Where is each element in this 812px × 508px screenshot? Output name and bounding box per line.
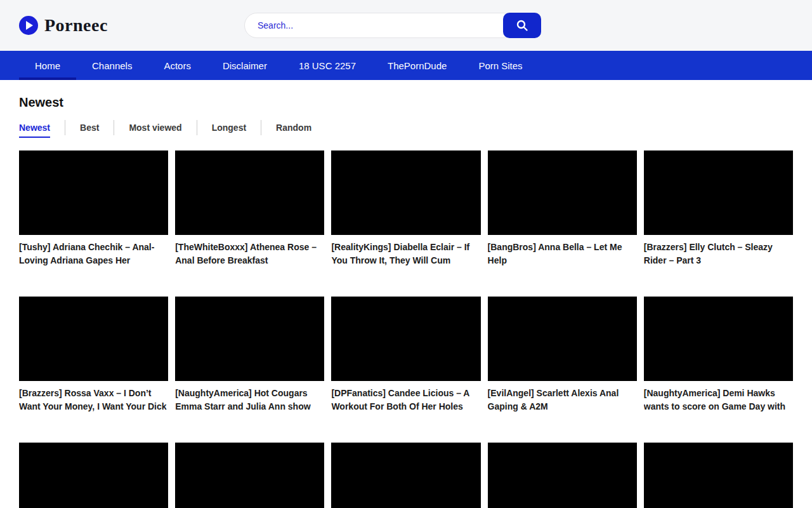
video-thumbnail[interactable] [331, 297, 480, 381]
nav-item-actors[interactable]: Actors [148, 51, 207, 80]
video-title[interactable]: [NaughtyAmerica] Hot Cougars Emma Starr … [175, 387, 324, 413]
logo[interactable]: Porneec [19, 15, 108, 36]
tab-best[interactable]: Best [65, 120, 114, 135]
video-card [175, 443, 324, 508]
video-thumbnail[interactable] [175, 297, 324, 381]
video-thumbnail[interactable] [19, 297, 168, 381]
search-bar [244, 13, 541, 38]
nav-item-home[interactable]: Home [19, 51, 76, 80]
search-icon [516, 19, 528, 32]
page-title: Newest [19, 95, 793, 110]
video-card: [Tushy] Adriana Chechik – Anal-Loving Ad… [19, 150, 168, 267]
video-card: [NaughtyAmerica] Hot Cougars Emma Starr … [175, 297, 324, 413]
video-card [488, 443, 637, 508]
play-icon [19, 16, 38, 35]
nav-item-disclaimer[interactable]: Disclaimer [207, 51, 283, 80]
video-title[interactable]: [Brazzers] Elly Clutch – Sleazy Rider – … [644, 241, 793, 267]
video-card: [Brazzers] Elly Clutch – Sleazy Rider – … [644, 150, 793, 267]
video-thumbnail[interactable] [331, 150, 480, 235]
main-content: Newest Newest Best Most viewed Longest R… [0, 95, 812, 508]
video-title[interactable]: [RealityKings] Diabella Eclair – If You … [331, 241, 480, 267]
video-thumbnail[interactable] [175, 150, 324, 235]
search-button[interactable] [503, 13, 541, 38]
video-card: [DPFanatics] Candee Licious – A Workout … [331, 297, 480, 413]
video-card: [RealityKings] Diabella Eclair – If You … [331, 150, 480, 267]
video-thumbnail[interactable] [331, 443, 480, 508]
sort-tabs: Newest Best Most viewed Longest Random [19, 120, 793, 135]
search-input[interactable] [244, 13, 516, 38]
video-title[interactable]: [TheWhiteBoxxx] Athenea Rose – Anal Befo… [175, 241, 324, 267]
nav-item-theporndude[interactable]: ThePornDude [372, 51, 462, 80]
tab-newest[interactable]: Newest [19, 120, 65, 135]
video-title[interactable]: [DPFanatics] Candee Licious – A Workout … [331, 387, 480, 413]
video-title[interactable]: [NaughtyAmerica] Demi Hawks wants to sco… [644, 387, 793, 413]
video-title[interactable]: [Tushy] Adriana Chechik – Anal-Loving Ad… [19, 241, 168, 267]
video-thumbnail[interactable] [19, 150, 168, 235]
play-triangle-icon [26, 21, 33, 30]
tab-random[interactable]: Random [261, 120, 326, 135]
video-title[interactable]: [BangBros] Anna Bella – Let Me Help [488, 241, 637, 267]
video-card [331, 443, 480, 508]
nav-item-channels[interactable]: Channels [76, 51, 148, 80]
tab-longest[interactable]: Longest [197, 120, 261, 135]
video-thumbnail[interactable] [488, 150, 637, 235]
video-card [19, 443, 168, 508]
video-grid: [Tushy] Adriana Chechik – Anal-Loving Ad… [19, 150, 793, 508]
main-nav: Home Channels Actors Disclaimer 18 USC 2… [0, 51, 812, 80]
video-card: [BangBros] Anna Bella – Let Me Help [488, 150, 637, 267]
top-header: Porneec [0, 0, 812, 51]
video-card: [EvilAngel] Scarlett Alexis Anal Gaping … [488, 297, 637, 413]
video-thumbnail[interactable] [488, 443, 637, 508]
video-title[interactable]: [Brazzers] Rossa Vaxx – I Don’t Want You… [19, 387, 168, 413]
video-thumbnail[interactable] [644, 443, 793, 508]
video-title[interactable]: [EvilAngel] Scarlett Alexis Anal Gaping … [488, 387, 637, 413]
video-thumbnail[interactable] [19, 443, 168, 508]
nav-item-porn-sites[interactable]: Porn Sites [462, 51, 538, 80]
video-thumbnail[interactable] [644, 297, 793, 381]
logo-text: Porneec [44, 15, 108, 36]
video-thumbnail[interactable] [644, 150, 793, 235]
video-card [644, 443, 793, 508]
video-card: [NaughtyAmerica] Demi Hawks wants to sco… [644, 297, 793, 413]
video-card: [Brazzers] Rossa Vaxx – I Don’t Want You… [19, 297, 168, 413]
nav-item-18usc2257[interactable]: 18 USC 2257 [283, 51, 372, 80]
video-thumbnail[interactable] [175, 443, 324, 508]
video-thumbnail[interactable] [488, 297, 637, 381]
video-card: [TheWhiteBoxxx] Athenea Rose – Anal Befo… [175, 150, 324, 267]
tab-most-viewed[interactable]: Most viewed [114, 120, 197, 135]
